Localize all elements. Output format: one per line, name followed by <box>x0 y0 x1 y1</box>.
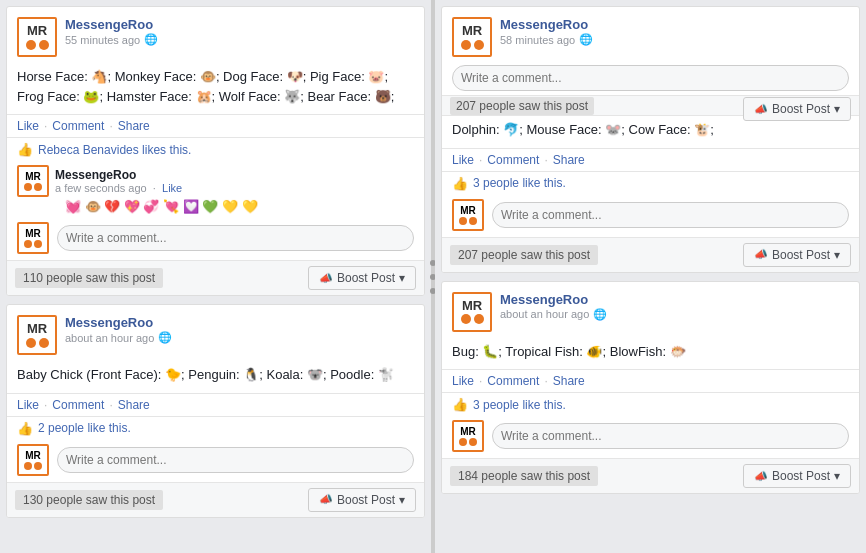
like-action-1[interactable]: Like <box>17 119 39 133</box>
boost-button-4[interactable]: 📣 Boost Post ▾ <box>743 464 851 488</box>
post-actions-4: Like · Comment · Share <box>442 369 859 393</box>
globe-icon-2: 🌐 <box>158 331 172 344</box>
post-username-3[interactable]: MessengeRoo <box>500 17 849 32</box>
likes-row-3: 👍 3 people like this. <box>442 172 859 195</box>
comment-input-3[interactable] <box>492 202 849 228</box>
inner-comment-header-1: MR MessengeRoo a few seconds ago · Like <box>7 161 424 199</box>
globe-icon-3: 🌐 <box>579 33 593 46</box>
avatar-2: MR <box>17 315 57 355</box>
boost-chevron-4: ▾ <box>834 469 840 483</box>
sep-1b: · <box>109 119 112 133</box>
post-footer-3: 207 people saw this post 📣 Boost Post ▾ <box>442 237 859 272</box>
like-action-3[interactable]: Like <box>452 153 474 167</box>
comment-input-2[interactable] <box>57 447 414 473</box>
globe-icon-1: 🌐 <box>144 33 158 46</box>
thumbs-icon-3: 👍 <box>452 176 468 191</box>
thumbs-icon-4: 👍 <box>452 397 468 412</box>
comment-avatar-3: MR <box>452 199 484 231</box>
post-footer-4: 184 people saw this post 📣 Boost Post ▾ <box>442 458 859 493</box>
boost-icon-3: 📣 <box>754 248 768 261</box>
share-action-4[interactable]: Share <box>553 374 585 388</box>
post-actions-2: Like · Comment · Share <box>7 393 424 417</box>
avatar-circle-left <box>26 40 36 50</box>
globe-icon-4: 🌐 <box>593 308 607 321</box>
comment-row-4: MR <box>442 416 859 458</box>
comment-row-3: MR <box>442 195 859 237</box>
share-action-3[interactable]: Share <box>553 153 585 167</box>
top-comment-input-3[interactable] <box>452 65 849 91</box>
comment-action-3[interactable]: Comment <box>487 153 539 167</box>
boost-chevron-2: ▾ <box>399 493 405 507</box>
inner-comment-username-1: MessengeRoo <box>55 168 182 182</box>
post-content-4: Bug: 🐛; Tropical Fish: 🐠; BlowFish: 🐡 <box>442 338 859 370</box>
inner-comment-content-1: 💓 🐵 💔 💖 💞 💘 💟 💚 💛 💛 <box>7 199 424 218</box>
comment-input-4[interactable] <box>492 423 849 449</box>
post-content-2: Baby Chick (Front Face): 🐤; Penguin: 🐧; … <box>7 361 424 393</box>
like-action-2[interactable]: Like <box>17 398 39 412</box>
inner-comment-avatar-1: MR <box>17 165 49 197</box>
avatar-circles <box>26 40 49 50</box>
inner-comment-user-1: MessengeRoo a few seconds ago · Like <box>55 168 182 194</box>
likes-row-1: 👍 Rebeca Benavides likes this. <box>7 138 424 161</box>
post-header-3: MR MessengeRoo 58 minutes ago 🌐 <box>442 7 859 63</box>
post-header-1: MR MessengeRoo 55 minutes ago 🌐 <box>7 7 424 63</box>
boost-button-3[interactable]: 📣 Boost Post ▾ <box>743 243 851 267</box>
likes-text-4: 3 people like this. <box>473 398 566 412</box>
like-action-4[interactable]: Like <box>452 374 474 388</box>
avatar-initials: MR <box>27 24 47 38</box>
inner-comment-time-1: a few seconds ago · Like <box>55 182 182 194</box>
post-actions-3: Like · Comment · Share <box>442 148 859 172</box>
boost-icon-4: 📣 <box>754 470 768 483</box>
saw-count-4: 184 people saw this post <box>450 466 598 486</box>
thumbs-icon-1: 👍 <box>17 142 33 157</box>
post-header-2: MR MessengeRoo about an hour ago 🌐 <box>7 305 424 361</box>
likes-text-3: 3 people like this. <box>473 176 566 190</box>
boost-chevron-1: ▾ <box>399 271 405 285</box>
likes-text-2: 2 people like this. <box>38 421 131 435</box>
comment-row-1: MR <box>7 218 424 260</box>
boost-button-2[interactable]: 📣 Boost Post ▾ <box>308 488 416 512</box>
left-column: MR MessengeRoo 55 minutes ago 🌐 Horse Fa… <box>0 0 431 553</box>
avatar-circle-right <box>39 40 49 50</box>
post-username-2[interactable]: MessengeRoo <box>65 315 414 330</box>
post-time-4: about an hour ago 🌐 <box>500 308 849 321</box>
post-card-2: MR MessengeRoo about an hour ago 🌐 Baby … <box>6 304 425 518</box>
comment-input-1[interactable] <box>57 225 414 251</box>
post-meta-2: MessengeRoo about an hour ago 🌐 <box>65 315 414 344</box>
share-action-2[interactable]: Share <box>118 398 150 412</box>
boost-icon-2: 📣 <box>319 493 333 506</box>
post-username-1[interactable]: MessengeRoo <box>65 17 414 32</box>
likes-text-1: Rebeca Benavides likes this. <box>38 143 191 157</box>
post-card-1: MR MessengeRoo 55 minutes ago 🌐 Horse Fa… <box>6 6 425 296</box>
comment-avatar-1: MR <box>17 222 49 254</box>
post-time-1: 55 minutes ago 🌐 <box>65 33 414 46</box>
top-saw-count-3: 207 people saw this post <box>450 97 594 115</box>
saw-count-3: 207 people saw this post <box>450 245 598 265</box>
boost-icon-1: 📣 <box>319 272 333 285</box>
comment-action-4[interactable]: Comment <box>487 374 539 388</box>
top-boost-button-3[interactable]: 📣 Boost Post ▾ <box>743 97 851 121</box>
boost-button-1[interactable]: 📣 Boost Post ▾ <box>308 266 416 290</box>
avatar-1: MR <box>17 17 57 57</box>
post-time-3: 58 minutes ago 🌐 <box>500 33 849 46</box>
inner-avatar-circles <box>24 183 42 191</box>
post-footer-2: 130 people saw this post 📣 Boost Post ▾ <box>7 482 424 517</box>
saw-count-2: 130 people saw this post <box>15 490 163 510</box>
comment-action-2[interactable]: Comment <box>52 398 104 412</box>
post-meta-3: MessengeRoo 58 minutes ago 🌐 <box>500 17 849 46</box>
share-action-1[interactable]: Share <box>118 119 150 133</box>
comment-avatar-4: MR <box>452 420 484 452</box>
avatar-4: MR <box>452 292 492 332</box>
post-meta-4: MessengeRoo about an hour ago 🌐 <box>500 292 849 321</box>
inner-comment-like-1[interactable]: Like <box>162 182 182 194</box>
post-meta-1: MessengeRoo 55 minutes ago 🌐 <box>65 17 414 46</box>
top-comment-row-3 <box>442 63 859 95</box>
likes-row-2: 👍 2 people like this. <box>7 417 424 440</box>
post-card-4: MR MessengeRoo about an hour ago 🌐 Bug: … <box>441 281 860 495</box>
post-username-4[interactable]: MessengeRoo <box>500 292 849 307</box>
post-footer-1: 110 people saw this post 📣 Boost Post ▾ <box>7 260 424 295</box>
avatar-3: MR <box>452 17 492 57</box>
post-card-3: MR MessengeRoo 58 minutes ago 🌐 207 p <box>441 6 860 273</box>
likes-row-4: 👍 3 people like this. <box>442 393 859 416</box>
comment-action-1[interactable]: Comment <box>52 119 104 133</box>
